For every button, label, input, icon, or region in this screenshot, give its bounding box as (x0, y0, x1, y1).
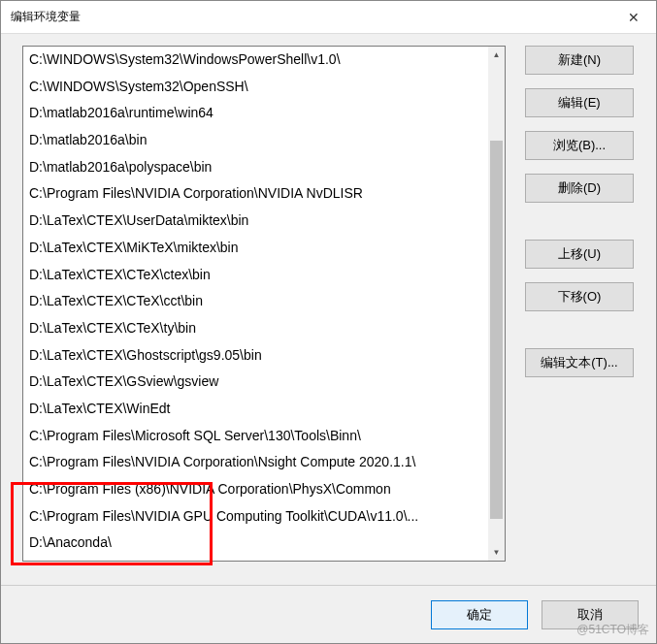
content-area: C:\WINDOWS\System32\WindowsPowerShell\v1… (1, 34, 656, 585)
list-item[interactable]: D:\LaTex\CTEX\Ghostscript\gs9.05\bin (23, 342, 488, 370)
movedown-button[interactable]: 下移(O) (525, 282, 634, 311)
list-item[interactable]: D:\LaTex\CTEX\CTeX\cct\bin (23, 288, 488, 315)
bottom-bar: 确定 取消 (1, 585, 656, 643)
list-item[interactable]: D:\LaTex\CTEX\MiKTeX\miktex\bin (23, 235, 488, 262)
path-listbox[interactable]: C:\WINDOWS\System32\WindowsPowerShell\v1… (22, 46, 506, 562)
list-item[interactable]: D:\Anaconda\Library\bin (23, 557, 488, 561)
dialog-window: 编辑环境变量 ✕ C:\WINDOWS\System32\WindowsPowe… (0, 0, 657, 644)
scroll-track[interactable] (488, 63, 505, 544)
list-item[interactable]: D:\LaTex\CTEX\CTeX\ctex\bin (23, 262, 488, 289)
list-item[interactable]: C:\WINDOWS\System32\OpenSSH\ (23, 74, 488, 101)
edittext-button[interactable]: 编辑文本(T)... (525, 348, 634, 377)
ok-button[interactable]: 确定 (431, 600, 528, 629)
watermark: @51CTO博客 (576, 622, 649, 638)
list-item[interactable]: C:\Program Files (x86)\NVIDIA Corporatio… (23, 476, 488, 503)
close-button[interactable]: ✕ (611, 1, 656, 34)
list-item[interactable]: C:\Program Files\Microsoft SQL Server\13… (23, 423, 488, 450)
list-item[interactable]: D:\matlab2016a\runtime\win64 (23, 100, 488, 127)
list-item[interactable]: C:\Program Files\NVIDIA Corporation\NVID… (23, 180, 488, 208)
delete-button[interactable]: 删除(D) (525, 174, 634, 203)
new-button[interactable]: 新建(N) (525, 46, 634, 75)
dialog-title: 编辑环境变量 (11, 9, 81, 25)
side-button-column: 新建(N) 编辑(E) 浏览(B)... 删除(D) 上移(U) 下移(O) 编… (525, 46, 634, 573)
moveup-button[interactable]: 上移(U) (525, 240, 634, 269)
close-icon: ✕ (628, 10, 640, 25)
scrollbar[interactable]: ▲ ▼ (488, 47, 505, 561)
list-scroll: C:\WINDOWS\System32\WindowsPowerShell\v1… (23, 47, 488, 561)
list-item[interactable]: D:\LaTex\CTEX\UserData\miktex\bin (23, 208, 488, 235)
scroll-up-icon[interactable]: ▲ (488, 47, 505, 63)
list-item[interactable]: C:\Program Files\NVIDIA Corporation\Nsig… (23, 449, 488, 476)
scroll-down-icon[interactable]: ▼ (488, 544, 505, 561)
list-item[interactable]: D:\matlab2016a\polyspace\bin (23, 154, 488, 181)
list-item[interactable]: D:\matlab2016a\bin (23, 127, 488, 154)
edit-button[interactable]: 编辑(E) (525, 88, 634, 117)
list-item[interactable]: C:\Program Files\NVIDIA GPU Computing To… (23, 503, 488, 531)
list-item[interactable]: D:\LaTex\CTEX\WinEdt (23, 396, 488, 423)
list-item[interactable]: D:\LaTex\CTEX\GSview\gsview (23, 369, 488, 396)
list-item[interactable]: D:\LaTex\CTEX\CTeX\ty\bin (23, 315, 488, 342)
list-item[interactable]: C:\WINDOWS\System32\WindowsPowerShell\v1… (23, 47, 488, 74)
scroll-thumb[interactable] (490, 141, 503, 519)
titlebar: 编辑环境变量 ✕ (1, 1, 656, 34)
browse-button[interactable]: 浏览(B)... (525, 131, 634, 160)
list-item[interactable]: D:\Anaconda\ (23, 530, 488, 557)
